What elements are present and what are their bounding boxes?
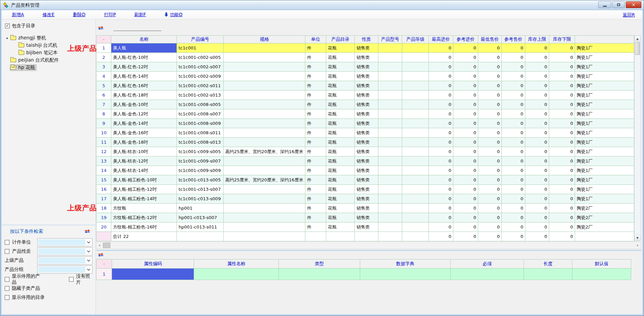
table-cell[interactable]: 0 <box>453 147 478 156</box>
table-cell[interactable]: 2 <box>97 53 111 62</box>
table-cell[interactable]: 0 <box>429 185 453 194</box>
table-cell[interactable]: 花瓶 <box>326 138 355 147</box>
vertical-scroll-thumb[interactable] <box>635 42 640 55</box>
table-cell[interactable] <box>402 119 429 128</box>
table-cell[interactable]: 0 <box>429 91 453 100</box>
table-cell[interactable]: tc1c001 <box>177 43 224 53</box>
column-header-属性编码[interactable]: 属性编码 <box>112 259 194 269</box>
table-cell[interactable]: 销售类 <box>355 147 378 156</box>
table-cell[interactable]: 花瓶 <box>326 81 355 91</box>
column-header-产品型号[interactable]: 产品型号 <box>378 36 402 43</box>
table-cell[interactable]: 销售类 <box>355 156 378 166</box>
search-dropdown-4[interactable] <box>37 266 92 274</box>
table-cell[interactable]: 陶瓷1厂 <box>575 62 634 72</box>
table-cell[interactable]: 销售类 <box>355 91 378 100</box>
table-cell[interactable]: 0 <box>549 222 575 232</box>
table-cell[interactable]: 销售类 <box>355 119 378 128</box>
table-cell[interactable]: 0 <box>429 138 453 147</box>
table-cell[interactable]: 美人瓶-桔衣-14吋 <box>111 166 177 175</box>
table-cell[interactable]: 0 <box>478 204 502 213</box>
table-cell[interactable]: 销售类 <box>355 166 378 175</box>
table-cell[interactable]: tc1c001-c009-s009 <box>177 166 224 175</box>
table-cell[interactable]: 0 <box>502 53 525 62</box>
table-row-9[interactable]: 9美人瓶-金色-14吋tc1c001-c008-s009件花瓶销售类000000… <box>97 119 634 128</box>
table-cell[interactable] <box>224 81 305 91</box>
table-cell[interactable]: 0 <box>453 62 478 72</box>
table-cell[interactable]: 花瓶 <box>326 128 355 138</box>
table-cell[interactable]: 陶瓷1厂 <box>575 72 634 81</box>
table-cell[interactable]: 0 <box>525 128 549 138</box>
table-cell[interactable]: 销售类 <box>355 72 378 81</box>
table-cell[interactable]: 陶瓷1厂 <box>575 138 634 147</box>
table-cell[interactable]: 花瓶 <box>326 119 355 128</box>
table-cell[interactable] <box>360 269 451 280</box>
table-cell[interactable]: tc1c001-c002-s009 <box>177 72 224 81</box>
search-dropdown-2[interactable] <box>37 247 92 255</box>
print-button[interactable]: 打印P <box>104 12 116 18</box>
table-cell[interactable]: 0 <box>478 194 502 204</box>
table-cell[interactable]: 0 <box>549 72 575 81</box>
table-cell[interactable] <box>378 147 402 156</box>
option-checkbox-显示停用的目录[interactable]: 显示停用的目录 <box>5 294 45 301</box>
table-cell[interactable]: 销售类 <box>355 175 378 185</box>
table-cell[interactable] <box>224 222 305 232</box>
table-cell[interactable] <box>402 175 429 185</box>
table-cell[interactable]: tc1c001-c009-s007 <box>177 156 224 166</box>
column-header-必须[interactable]: 必须 <box>451 259 524 269</box>
table-cell[interactable]: 0 <box>478 119 502 128</box>
table-cell[interactable]: 0 <box>525 147 549 156</box>
table-cell[interactable]: 花瓶 <box>326 194 355 204</box>
table-cell[interactable]: tc1c001-c013-s009 <box>177 194 224 204</box>
table-cell[interactable]: 0 <box>525 119 549 128</box>
table-cell[interactable]: 高约25厘米、宽约20厘米、深约16厘米 <box>224 147 305 156</box>
swap-columns-icon[interactable] <box>98 25 104 30</box>
column-header-数据字典[interactable]: 数据字典 <box>360 259 451 269</box>
table-cell[interactable] <box>572 269 631 280</box>
table-cell[interactable]: 花瓶 <box>326 100 355 109</box>
search-dropdown-1[interactable] <box>37 238 92 246</box>
maximize-button[interactable] <box>612 1 625 8</box>
option-checkbox-没有照片[interactable]: 没有照片 <box>69 273 93 285</box>
table-cell[interactable]: 销售类 <box>355 213 378 222</box>
table-cell[interactable]: 销售类 <box>355 194 378 204</box>
table-cell[interactable]: 件 <box>305 100 326 109</box>
table-cell[interactable]: 销售类 <box>355 204 378 213</box>
table-cell[interactable]: 件 <box>305 204 326 213</box>
column-header-名称[interactable]: 名称 <box>111 36 177 43</box>
table-cell[interactable] <box>402 166 429 175</box>
table-cell[interactable]: 美人瓶-金色-14吋 <box>111 119 177 128</box>
column-header-库存下限[interactable]: 库存下限 <box>549 36 575 43</box>
table-cell[interactable]: 美人瓶-桔衣-10吋 <box>111 147 177 156</box>
table-cell[interactable]: 8 <box>97 109 111 119</box>
table-cell[interactable]: 0 <box>549 166 575 175</box>
table-cell[interactable] <box>402 53 429 62</box>
table-cell[interactable]: hp001-c013-s007 <box>177 213 224 222</box>
table-cell[interactable]: 20 <box>97 222 111 232</box>
table-cell[interactable]: 件 <box>305 194 326 204</box>
table-cell[interactable]: 0 <box>453 100 478 109</box>
table-cell[interactable]: 0 <box>453 109 478 119</box>
table-cell[interactable]: 0 <box>429 175 453 185</box>
table-cell[interactable]: 花瓶 <box>326 62 355 72</box>
table-cell[interactable]: 0 <box>429 166 453 175</box>
table-cell[interactable]: 0 <box>478 185 502 194</box>
table-cell[interactable]: 0 <box>502 147 525 156</box>
table-cell[interactable]: 0 <box>549 185 575 194</box>
table-cell[interactable]: 0 <box>525 91 549 100</box>
column-header-库存上限[interactable]: 库存上限 <box>525 36 549 43</box>
checkbox-icon[interactable] <box>5 240 9 245</box>
table-cell[interactable]: tc1c001-c013-s007 <box>177 185 224 194</box>
table-cell[interactable]: 销售类 <box>355 109 378 119</box>
table-cell[interactable]: 0 <box>478 62 502 72</box>
option-checkbox-显示停用的产品[interactable]: 显示停用的产品 <box>5 273 43 285</box>
table-cell[interactable]: 陶瓷1厂 <box>575 128 634 138</box>
table-cell[interactable]: 0 <box>502 138 525 147</box>
table-cell[interactable]: 0 <box>549 100 575 109</box>
table-row-12[interactable]: 12美人瓶-桔衣-10吋tc1c001-c009-s005高约25厘米、宽约20… <box>97 147 634 156</box>
table-cell[interactable] <box>402 43 429 53</box>
column-header--[interactable]: - <box>97 36 111 43</box>
table-cell[interactable]: 花瓶 <box>326 91 355 100</box>
table-cell[interactable]: 0 <box>478 100 502 109</box>
table-cell[interactable]: 0 <box>429 128 453 138</box>
table-cell[interactable]: tc1c001-c008-s011 <box>177 128 224 138</box>
